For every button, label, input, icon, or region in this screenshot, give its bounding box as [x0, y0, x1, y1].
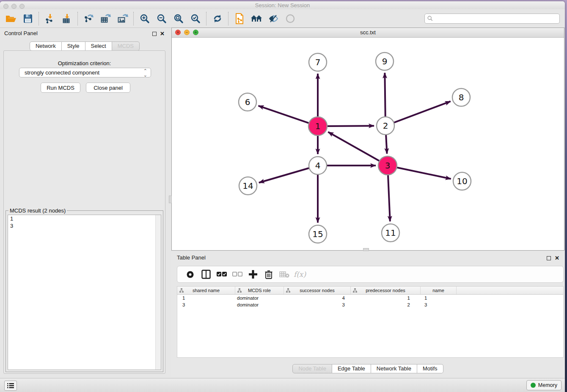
import-network-button[interactable]: [41, 11, 58, 26]
table-cell[interactable]: 4: [284, 295, 351, 301]
table-cell[interactable]: 1: [421, 295, 457, 301]
graph-node-label-4: 4: [315, 160, 321, 171]
table-cell[interactable]: 2: [351, 302, 421, 307]
status-bar: Memory: [0, 378, 565, 392]
control-panel-close-icon[interactable]: ✕: [160, 32, 165, 36]
toolbar-separator: [206, 12, 207, 25]
table-panel-float-icon[interactable]: [547, 256, 551, 260]
trash-icon: [265, 270, 272, 279]
run-mcds-button[interactable]: Run MCDS: [41, 83, 80, 93]
node-table-header: shared name MCDS role successor nodes pr…: [177, 287, 563, 295]
network-window-titlebar[interactable]: × − + scc.txt: [172, 28, 564, 38]
memory-button[interactable]: Memory: [526, 380, 561, 390]
mcds-result-textarea[interactable]: 13: [8, 215, 161, 370]
session-home-button[interactable]: [248, 11, 265, 26]
network-graph[interactable]: 1234678910111415: [172, 38, 564, 250]
tab-network[interactable]: Network: [30, 41, 62, 51]
graph-edge-3-1[interactable]: [328, 132, 381, 162]
delete-table-button-disabled: [276, 268, 292, 281]
table-panel-close-icon[interactable]: ✕: [555, 256, 559, 260]
delete-column-button[interactable]: [261, 268, 276, 281]
zoom-out-button[interactable]: [153, 11, 170, 26]
table-cell[interactable]: 1: [351, 295, 421, 301]
table-cell[interactable]: dominator: [235, 302, 284, 307]
graph-node-label-9: 9: [382, 56, 388, 66]
column-header-successor-nodes[interactable]: successor nodes: [284, 287, 351, 294]
function-builder-button-disabled: f(x): [292, 268, 308, 281]
main-toolbar: [0, 9, 565, 28]
criterion-dropdown[interactable]: strongly connected component ⌃⌄: [19, 68, 151, 77]
horizontal-splitter-handle[interactable]: [363, 248, 369, 251]
column-header-predecessor-nodes[interactable]: predecessor nodes: [351, 287, 421, 294]
table-cell[interactable]: 3: [421, 302, 457, 307]
graph-edge-2-8[interactable]: [392, 101, 451, 123]
import-table-button[interactable]: [58, 11, 75, 26]
tab-node-table[interactable]: Node Table: [292, 364, 332, 373]
select-all-button[interactable]: [214, 268, 229, 281]
zoom-out-icon: [157, 14, 167, 24]
zoom-selected-button[interactable]: [187, 11, 204, 26]
graph-edge-2-3[interactable]: [386, 133, 387, 154]
table-settings-button[interactable]: [182, 268, 198, 281]
table-cell[interactable]: 3: [284, 302, 351, 307]
mcds-result-groupbox: MCDS result (2 nodes) 13: [6, 210, 163, 372]
control-panel-float-icon[interactable]: [152, 32, 157, 36]
result-line: 1: [8, 215, 161, 222]
graph-node-label-1: 1: [315, 121, 321, 131]
tab-style[interactable]: Style: [62, 41, 85, 51]
deselect-all-button[interactable]: [229, 268, 245, 281]
zoom-fit-button[interactable]: [170, 11, 187, 26]
graph-edge-4-14[interactable]: [259, 168, 311, 183]
inactive-eye-button[interactable]: [282, 11, 299, 26]
tab-motifs[interactable]: Motifs: [417, 364, 443, 373]
tab-select[interactable]: Select: [85, 41, 112, 51]
network-document-button[interactable]: [231, 11, 248, 26]
column-header-mcds-role[interactable]: MCDS role: [235, 287, 284, 294]
table-panel-title: Table Panel: [177, 254, 206, 261]
export-network-button[interactable]: [80, 11, 97, 26]
table-cell[interactable]: 3: [177, 302, 235, 307]
result-scrollbar[interactable]: [155, 215, 161, 370]
tab-edge-table[interactable]: Edge Table: [332, 364, 371, 373]
search-input[interactable]: [424, 14, 560, 24]
network-canvas[interactable]: 1234678910111415: [172, 38, 564, 250]
column-type-icon: [237, 288, 242, 293]
open-session-button[interactable]: [3, 11, 19, 26]
table-toolbar: f(x): [177, 266, 564, 283]
apply-layout-button[interactable]: [209, 11, 226, 26]
export-image-button[interactable]: [114, 11, 131, 26]
tab-mcds[interactable]: MCDS: [112, 41, 140, 51]
search-icon: [427, 15, 433, 23]
window-titlebar[interactable]: Session: New Session: [0, 1, 565, 9]
column-header-name[interactable]: name: [421, 287, 457, 294]
hide-panel-button[interactable]: [265, 11, 282, 26]
close-panel-button[interactable]: Close panel: [86, 83, 130, 93]
graph-edge-1-6[interactable]: [259, 106, 311, 124]
mcds-result-lines: 13: [8, 215, 161, 229]
task-history-button[interactable]: [4, 381, 17, 391]
export-table-button[interactable]: [97, 11, 114, 26]
network-window-title: scc.txt: [172, 29, 564, 36]
column-header-shared-name[interactable]: shared name: [177, 287, 235, 294]
show-column-panel-button[interactable]: [198, 268, 214, 281]
checked-boxes-icon: [217, 272, 227, 277]
graph-edge-1-2[interactable]: [325, 126, 374, 126]
graph-edge-3-10[interactable]: [395, 167, 451, 179]
open-folder-icon: [6, 14, 17, 23]
graph-edge-2-9[interactable]: [385, 73, 385, 119]
toolbar-separator: [228, 12, 229, 25]
refresh-icon: [212, 14, 223, 24]
vertical-splitter-handle[interactable]: [169, 196, 172, 203]
table-cell[interactable]: dominator: [235, 295, 284, 301]
graph-node-label-3: 3: [385, 160, 391, 171]
node-table: shared name MCDS role successor nodes pr…: [177, 286, 564, 358]
add-column-button[interactable]: [245, 268, 261, 281]
graph-edge-3-11[interactable]: [388, 173, 390, 221]
zoom-in-button[interactable]: [136, 11, 153, 26]
table-cell[interactable]: 1: [177, 295, 235, 301]
table-row[interactable]: 3dominator323: [177, 301, 563, 308]
tab-network-table[interactable]: Network Table: [371, 364, 417, 373]
table-row[interactable]: 1dominator411: [177, 295, 563, 301]
save-session-button[interactable]: [19, 11, 36, 26]
graph-node-label-7: 7: [315, 57, 321, 67]
